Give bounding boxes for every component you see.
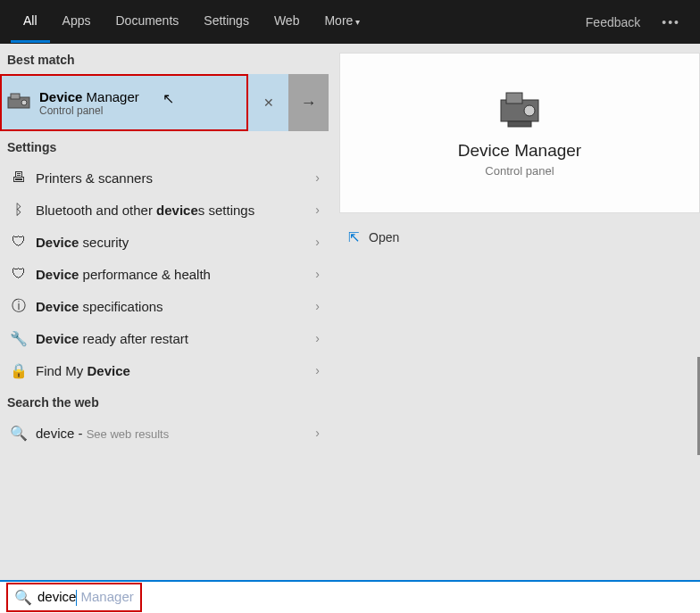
- search-icon: 🔍: [9, 425, 29, 442]
- settings-item-icon: 🔒: [9, 362, 29, 379]
- open-icon: ⇱: [348, 229, 360, 245]
- chevron-right-icon: ›: [315, 299, 320, 313]
- tab-apps[interactable]: Apps: [50, 1, 104, 43]
- chevron-right-icon: ›: [315, 235, 320, 249]
- preview-card: Device Manager Control panel: [339, 53, 700, 213]
- device-manager-large-icon: [496, 89, 544, 130]
- svg-rect-1: [11, 94, 20, 99]
- chevron-right-icon: ›: [315, 363, 320, 377]
- settings-item-6[interactable]: 🔒Find My Device›: [0, 354, 329, 386]
- settings-item-label: Find My Device: [36, 363, 315, 378]
- chevron-right-icon: ›: [315, 170, 320, 185]
- svg-rect-4: [506, 93, 522, 104]
- settings-item-label: Printers & scanners: [36, 170, 315, 186]
- settings-item-label: Device ready after restart: [36, 331, 315, 346]
- settings-item-label: Device specifications: [36, 299, 315, 314]
- open-label: Open: [369, 230, 399, 244]
- settings-item-icon: 🛡: [9, 266, 29, 282]
- expand-arrow-icon[interactable]: →: [288, 74, 329, 131]
- settings-item-icon: 🔧: [9, 330, 29, 347]
- svg-point-5: [524, 105, 535, 116]
- results-pane: Best match Device Manager Control panel …: [0, 44, 329, 580]
- chevron-right-icon: ›: [315, 203, 320, 217]
- settings-item-3[interactable]: 🛡Device performance & health›: [0, 258, 329, 290]
- preview-title: Device Manager: [458, 141, 581, 161]
- section-settings: Settings: [0, 131, 329, 162]
- search-icon: 🔍: [14, 589, 32, 606]
- top-tab-bar: All Apps Documents Settings Web More Fee…: [0, 0, 700, 44]
- settings-item-2[interactable]: 🛡Device security›: [0, 226, 329, 258]
- settings-item-icon: ᛒ: [9, 202, 29, 218]
- settings-item-1[interactable]: ᛒBluetooth and other devices settings›: [0, 194, 329, 226]
- feedback-link[interactable]: Feedback: [586, 15, 640, 29]
- settings-item-4[interactable]: ⓘDevice specifications›: [0, 290, 329, 322]
- tab-documents[interactable]: Documents: [103, 1, 191, 43]
- best-match-item[interactable]: Device Manager Control panel ↖: [0, 74, 248, 131]
- svg-rect-6: [508, 121, 531, 127]
- cursor-icon: ↖: [162, 90, 174, 107]
- web-result-label: device - See web results: [36, 426, 315, 441]
- tab-all[interactable]: All: [11, 1, 50, 43]
- close-icon[interactable]: ✕: [248, 74, 288, 131]
- settings-item-label: Device security: [36, 235, 315, 250]
- chevron-right-icon: ›: [315, 331, 320, 345]
- tab-settings[interactable]: Settings: [191, 1, 262, 43]
- search-bar[interactable]: 🔍 device Manager: [0, 580, 700, 613]
- settings-item-5[interactable]: 🔧Device ready after restart›: [0, 322, 329, 354]
- settings-item-label: Bluetooth and other devices settings: [36, 203, 315, 218]
- settings-item-icon: 🛡: [9, 234, 29, 250]
- section-search-web: Search the web: [0, 386, 329, 417]
- section-best-match: Best match: [0, 44, 329, 74]
- preview-pane: Device Manager Control panel ⇱ Open: [329, 44, 700, 580]
- chevron-right-icon: ›: [315, 267, 320, 281]
- tab-web[interactable]: Web: [262, 1, 312, 43]
- settings-item-label: Device performance & health: [36, 267, 315, 282]
- search-suggestion-text: Manager: [77, 589, 133, 604]
- svg-point-2: [21, 100, 27, 105]
- settings-item-icon: 🖶: [9, 170, 29, 186]
- settings-item-icon: ⓘ: [9, 297, 29, 316]
- search-typed-text: device: [38, 589, 76, 604]
- tab-more[interactable]: More: [312, 1, 372, 43]
- web-result-item[interactable]: 🔍 device - See web results ›: [0, 417, 329, 449]
- settings-item-0[interactable]: 🖶Printers & scanners›: [0, 162, 329, 194]
- best-match-title: Device Manager: [39, 89, 139, 104]
- open-action[interactable]: ⇱ Open: [339, 229, 700, 245]
- options-icon[interactable]: •••: [662, 15, 680, 29]
- device-manager-icon: [5, 89, 32, 116]
- preview-subtitle: Control panel: [485, 164, 554, 178]
- best-match-subtitle: Control panel: [39, 104, 139, 117]
- chevron-right-icon: ›: [315, 426, 320, 440]
